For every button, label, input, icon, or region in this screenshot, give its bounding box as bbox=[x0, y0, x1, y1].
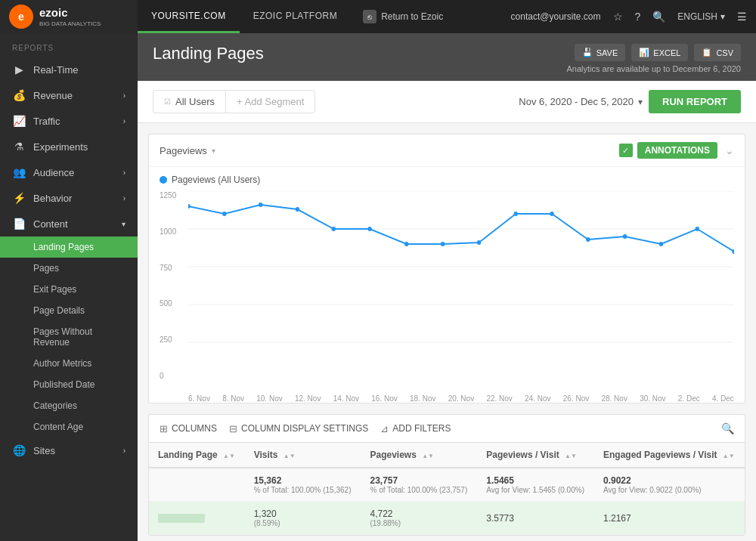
logo-icon: e bbox=[9, 5, 33, 29]
row-engaged-pv: 1.2167 bbox=[594, 502, 745, 535]
star-icon[interactable]: ☆ bbox=[613, 11, 623, 23]
page-title: Landing Pages bbox=[153, 44, 264, 63]
column-display-button[interactable]: ⊟ COLUMN DISPLAY SETTINGS bbox=[229, 423, 368, 434]
svg-point-14 bbox=[513, 212, 517, 216]
sidebar-sub-categories[interactable]: Categories bbox=[0, 395, 138, 416]
arrow-icon: › bbox=[123, 194, 125, 202]
chart-legend: Pageviews (All Users) bbox=[160, 175, 734, 185]
svg-point-5 bbox=[188, 204, 191, 209]
row-pageviews: 4,722 (19.88%) bbox=[361, 502, 477, 535]
sidebar-item-realtime[interactable]: ▶ Real-Time bbox=[0, 57, 138, 82]
sidebar-sub-pages[interactable]: Pages bbox=[0, 258, 138, 279]
table-toolbar: ⊞ COLUMNS ⊟ COLUMN DISPLAY SETTINGS ⊿ AD… bbox=[149, 415, 745, 443]
annotations-button[interactable]: ✓ ANNOTATIONS bbox=[619, 142, 717, 159]
chart-body: Pageviews (All Users) 1250 1000 750 500 … bbox=[149, 167, 745, 403]
segment-box: ☑ All Users + Add Segment bbox=[153, 90, 315, 113]
chart-svg-area bbox=[188, 191, 734, 380]
filters-bar: ☑ All Users + Add Segment Nov 6, 2020 - … bbox=[138, 81, 756, 123]
data-table: Landing Page ▲▼ Visits ▲▼ Pageviews ▲▼ bbox=[149, 443, 745, 535]
return-icon: ⎋ bbox=[363, 10, 376, 23]
sidebar-sub-content-age[interactable]: Content Age bbox=[0, 416, 138, 437]
svg-point-12 bbox=[441, 242, 445, 246]
nav-tabs: YOURSITE.COM EZOIC PLATFORM ⎋ Return to … bbox=[138, 0, 455, 33]
sort-icon: ▲▼ bbox=[422, 453, 434, 459]
sidebar-sub-author-metrics[interactable]: Author Metrics bbox=[0, 353, 138, 374]
chart-section: Pageviews ▾ ✓ ANNOTATIONS ⌄ Pageviews (A… bbox=[148, 134, 745, 403]
th-engaged-pageviews[interactable]: Engaged Pageviews / Visit ▲▼ bbox=[594, 443, 745, 468]
svg-point-15 bbox=[550, 212, 553, 216]
sidebar-sub-exit-pages[interactable]: Exit Pages bbox=[0, 279, 138, 300]
nav-email: contact@yoursite.com bbox=[511, 11, 601, 22]
help-icon[interactable]: ? bbox=[635, 11, 641, 23]
sidebar-item-experiments[interactable]: ⚗ Experiments bbox=[0, 134, 138, 159]
add-segment[interactable]: + Add Segment bbox=[226, 91, 314, 113]
y-axis-labels: 1250 1000 750 500 250 0 bbox=[160, 191, 186, 380]
analytics-note: Analytics are available up to December 6… bbox=[566, 64, 741, 73]
sort-icon: ▲▼ bbox=[565, 453, 577, 459]
csv-button[interactable]: 📋 CSV bbox=[694, 44, 741, 61]
th-pageviews[interactable]: Pageviews ▲▼ bbox=[361, 443, 477, 468]
tab-yoursite[interactable]: YOURSITE.COM bbox=[138, 0, 240, 33]
date-display[interactable]: Nov 6, 2020 - Dec 5, 2020 ▾ bbox=[519, 96, 643, 107]
table-header: Landing Page ▲▼ Visits ▲▼ Pageviews ▲▼ bbox=[149, 443, 745, 468]
run-report-button[interactable]: RUN REPORT bbox=[649, 90, 741, 113]
th-landing-page[interactable]: Landing Page ▲▼ bbox=[149, 443, 245, 468]
sidebar-item-revenue[interactable]: 💰 Revenue › bbox=[0, 82, 138, 108]
sidebar-sub-pages-without-revenue[interactable]: Pages Without Revenue bbox=[0, 321, 138, 353]
totals-row: 15,362 % of Total: 100.00% (15,362) 23,7… bbox=[149, 468, 745, 502]
th-pageviews-per-visit[interactable]: Pageviews / Visit ▲▼ bbox=[477, 443, 594, 468]
sidebar: REPORTS ▶ Real-Time 💰 Revenue › 📈 Traffi… bbox=[0, 33, 138, 541]
annotations-checkbox[interactable]: ✓ bbox=[619, 144, 633, 157]
landing-page-bar bbox=[158, 514, 205, 523]
totals-engaged-pv: 0.9022 Avg for View: 0.9022 (0.00%) bbox=[594, 468, 745, 502]
sidebar-item-behavior[interactable]: ⚡ Behavior › bbox=[0, 185, 138, 211]
arrow-icon: ▾ bbox=[122, 220, 125, 228]
arrow-icon: › bbox=[123, 168, 125, 177]
content-area: Landing Pages 💾 SAVE 📊 EXCEL 📋 CSV bbox=[138, 33, 756, 541]
logo-text: ezoic BIG DATA ANALYTICS bbox=[39, 6, 101, 27]
save-button[interactable]: 💾 SAVE bbox=[575, 44, 626, 61]
chart-expand-icon[interactable]: ⌄ bbox=[725, 144, 734, 156]
legend-dot bbox=[160, 176, 167, 184]
language-selector[interactable]: ENGLISH ▾ bbox=[677, 11, 725, 22]
add-filters-button[interactable]: ⊿ ADD FILTERS bbox=[380, 423, 451, 434]
tab-ezoic-platform[interactable]: EZOIC PLATFORM bbox=[240, 0, 351, 33]
traffic-icon: 📈 bbox=[12, 115, 26, 127]
sidebar-section-label: REPORTS bbox=[0, 33, 138, 57]
table-search-icon[interactable]: 🔍 bbox=[721, 422, 734, 434]
main-layout: REPORTS ▶ Real-Time 💰 Revenue › 📈 Traffi… bbox=[0, 33, 756, 541]
menu-icon[interactable]: ☰ bbox=[737, 11, 747, 23]
sites-icon: 🌐 bbox=[12, 444, 26, 456]
sidebar-item-content[interactable]: 📄 Content ▾ bbox=[0, 211, 138, 236]
behavior-icon: ⚡ bbox=[12, 192, 26, 204]
save-icon: 💾 bbox=[582, 48, 593, 57]
sidebar-sub-published-date[interactable]: Published Date bbox=[0, 374, 138, 395]
th-visits[interactable]: Visits ▲▼ bbox=[245, 443, 361, 468]
search-icon[interactable]: 🔍 bbox=[652, 11, 665, 23]
experiments-icon: ⚗ bbox=[12, 141, 26, 153]
table-section: ⊞ COLUMNS ⊟ COLUMN DISPLAY SETTINGS ⊿ AD… bbox=[148, 414, 745, 536]
line-chart-svg bbox=[188, 191, 734, 380]
sidebar-item-sites[interactable]: 🌐 Sites › bbox=[0, 437, 138, 463]
sidebar-item-audience[interactable]: 👥 Audience › bbox=[0, 159, 138, 185]
all-users-segment[interactable]: ☑ All Users bbox=[153, 91, 226, 113]
sidebar-sub-landing-pages[interactable]: Landing Pages bbox=[0, 236, 138, 258]
chart-container: 1250 1000 750 500 250 0 bbox=[160, 191, 734, 403]
arrow-icon: › bbox=[123, 447, 125, 455]
content-icon: 📄 bbox=[12, 218, 26, 230]
sidebar-sub-page-details[interactable]: Page Details bbox=[0, 300, 138, 321]
excel-button[interactable]: 📊 EXCEL bbox=[631, 44, 688, 61]
table-row: 1,320 (8.59%) 4,722 (19.88%) 3.5773 1.21… bbox=[149, 502, 745, 535]
sidebar-item-traffic[interactable]: 📈 Traffic › bbox=[0, 108, 138, 134]
return-to-ezoic[interactable]: ⎋ Return to Ezoic bbox=[351, 0, 455, 33]
metric-dropdown-icon: ▾ bbox=[212, 147, 215, 155]
svg-point-16 bbox=[586, 237, 590, 242]
metric-selector[interactable]: Pageviews ▾ bbox=[160, 145, 215, 156]
columns-button[interactable]: ⊞ COLUMNS bbox=[160, 423, 217, 434]
svg-point-19 bbox=[696, 227, 699, 231]
sort-icon: ▲▼ bbox=[284, 453, 296, 459]
nav-right: contact@yoursite.com ☆ ? 🔍 ENGLISH ▾ ☰ bbox=[511, 11, 756, 23]
top-navigation: e ezoic BIG DATA ANALYTICS YOURSITE.COM … bbox=[0, 0, 756, 33]
totals-visits: 15,362 % of Total: 100.00% (15,362) bbox=[245, 468, 361, 502]
totals-pv-per-visit: 1.5465 Avg for View: 1.5465 (0.00%) bbox=[477, 468, 594, 502]
